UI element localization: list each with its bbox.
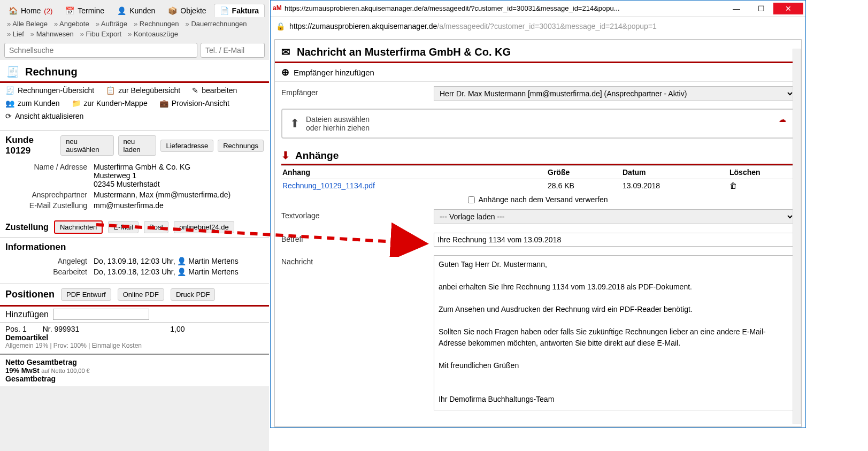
action-label: zur Belegübersicht [118,86,180,95]
angelegt-user: Martin Mertens [188,257,238,265]
discard-attachments-checkbox[interactable] [468,196,475,203]
subtab-mahnwesen[interactable]: Mahnwesen [28,29,76,39]
window-maximize-button[interactable]: ☐ [749,3,773,14]
address-host: https://zumausprobieren.akquisemanager.d… [289,22,437,30]
hinzufuegen-label: Hinzufügen [5,310,49,319]
attachment-date: 13.09.2018 [623,181,729,190]
action-label: Ansicht aktualisieren [15,112,83,120]
subtab-fibu-export[interactable]: Fibu Export [78,29,124,39]
tab-faktura-label: Faktura [232,6,259,15]
window-minimize-button[interactable]: — [724,3,749,14]
positionen-title: Positionen [5,289,55,300]
file-dropzone[interactable]: ⬆ Dateien auswählen oder hierhin ziehen … [281,109,795,139]
calendar-icon: 📅 [65,6,74,15]
action-zum-kunden[interactable]: 👥 zum Kunden [5,99,60,108]
value-ansprechpartner: Mustermann, Max (mm@musterfirma.de) [94,190,264,199]
trash-icon: 🗑 [729,181,737,190]
person-icon: 👤 [177,257,186,265]
subtab-rechnungen[interactable]: Rechnungen [131,19,182,28]
action-zur-beleguebersicht[interactable]: 📋 zur Belegübersicht [106,86,180,95]
zustellung-post[interactable]: Post [144,221,168,233]
total-gesamt: Gesamtbetrag [5,374,264,383]
label-bearbeitet: Bearbeitet [5,267,94,276]
hinzufuegen-input[interactable] [53,309,149,320]
positionen-online-pdf[interactable]: Online PDF [118,288,164,301]
cust-city: 02345 Musterhstadt [94,180,264,188]
action-bearbeiten[interactable]: ✎ bearbeiten [192,86,237,95]
cloud-upload-icon: ☁ [779,115,786,124]
bearbeitet-datetime: Do, 13.09.18, 12:03 Uhr, [94,267,175,276]
action-label: Rechnungen-Übersicht [18,86,94,95]
subtab-auftraege[interactable]: Aufträge [93,19,130,28]
label-angelegt: Angelegt [5,257,94,265]
sub-tabs: Alle Belege Angebote Aufträge Rechnungen… [0,17,269,41]
action-label: Provision-Ansicht [172,99,229,108]
kunde-neu-auswaehlen[interactable]: neu auswählen [60,135,113,156]
attachment-delete-button[interactable]: 🗑 [729,181,794,190]
kunde-neu-laden[interactable]: neu laden [118,135,157,156]
add-recipient-button[interactable]: ⊕ Empfänger hinzufügen [275,63,801,82]
message-popup-window: aM https://zumausprobieren.akquisemanage… [270,0,806,428]
label-name-adresse: Name / Adresse [5,163,94,188]
zustellung-onlinebrief[interactable]: onlinebrief24.de [174,221,234,233]
positionen-pdf-entwurf[interactable]: PDF Entwurf [61,288,111,301]
attachment-filename-link[interactable]: Rechnung_10129_1134.pdf [282,181,548,190]
address-bar[interactable]: 🔒 https://zumausprobieren.akquisemanager… [271,17,805,36]
positionen-druck-pdf[interactable]: Druck PDF [171,288,216,301]
kunde-label: Kunde 10129 [5,135,56,156]
anhaenge-title: Anhänge [295,150,339,162]
address-path: /a/messageedit/?customer_id=30031&messag… [437,22,657,30]
quicksearch-input[interactable] [4,43,197,58]
empfaenger-select[interactable]: Herr Dr. Max Mustermann [mm@musterfirma.… [434,86,795,101]
dropzone-line2: oder hierhin ziehen [306,124,370,132]
action-zur-kunden-mappe[interactable]: 📁 zur Kunden-Mappe [72,99,148,108]
label-betreff: Betreff [281,233,434,243]
betreff-input[interactable] [434,233,795,247]
th-datum: Datum [623,168,729,177]
invoice-icon: 🧾 [6,65,20,78]
cust-street: Musterweg 1 [94,171,264,180]
pos-article-name: Demoartikel [5,333,264,342]
section-title: Rechnung [25,66,78,78]
total-mwst-sub: auf Netto 100,00 € [41,368,90,374]
vertical-scrollbar[interactable] [793,49,801,424]
value-angelegt: Do, 13.09.18, 12:03 Uhr, 👤 Martin Merten… [94,257,264,265]
cust-name: Musterfirma GmbH & Co. KG [94,163,264,171]
textvorlage-select[interactable]: --- Vorlage laden --- [434,209,795,224]
action-rechnungen-uebersicht[interactable]: 🧾 Rechnungen-Übersicht [5,86,94,95]
subtab-lief[interactable]: Lief [4,29,27,39]
tab-objekte[interactable]: 📦 Objekte [163,4,211,17]
tab-home[interactable]: 🏠 Home (2) [3,4,58,17]
kunde-lieferadresse[interactable]: Lieferadresse [160,140,213,152]
action-label: zur Kunden-Mappe [84,99,148,108]
label-nachricht: Nachricht [281,255,434,266]
window-close-button[interactable]: ✕ [773,3,803,14]
tab-faktura[interactable]: 📄 Faktura [214,4,265,17]
subtab-alle-belege[interactable]: Alle Belege [4,19,50,28]
add-recipient-label: Empfänger hinzufügen [294,68,374,77]
subtab-kontoauszuege[interactable]: Kontoauszüge [125,29,181,39]
nachricht-textarea[interactable] [434,255,795,410]
bearbeitet-user: Martin Mertens [188,267,238,276]
zustellung-nachrichten[interactable]: Nachrichten [54,220,103,234]
zustellung-email[interactable]: E-Mail [108,221,139,233]
tab-termine[interactable]: 📅 Termine [60,4,110,17]
objects-icon: 📦 [168,6,177,15]
subtab-dauerrechnungen[interactable]: Dauerrechnungen [183,19,250,28]
th-loeschen: Löschen [729,168,794,177]
action-provision-ansicht[interactable]: 💼 Provision-Ansicht [159,99,229,108]
dropzone-line1: Dateien auswählen [306,115,370,124]
informationen-header: Informationen [0,238,269,255]
download-icon: ⬇ [281,149,290,162]
action-ansicht-aktualisieren[interactable]: ⟳ Ansicht aktualisieren [5,112,83,120]
kunde-rechnungs[interactable]: Rechnungs [218,140,264,152]
subtab-angebote[interactable]: Angebote [51,19,92,28]
tel-email-input[interactable] [201,43,265,58]
tab-kunden-label: Kunden [129,6,155,15]
upload-icon: ⬆ [290,117,299,131]
label-textvorlage: Textvorlage [281,209,434,220]
label-ansprechpartner: Ansprechpartner [5,190,94,199]
mail-icon: ✉ [281,45,290,58]
attachment-size: 28,6 KB [548,181,623,190]
tab-kunden[interactable]: 👤 Kunden [112,4,160,17]
